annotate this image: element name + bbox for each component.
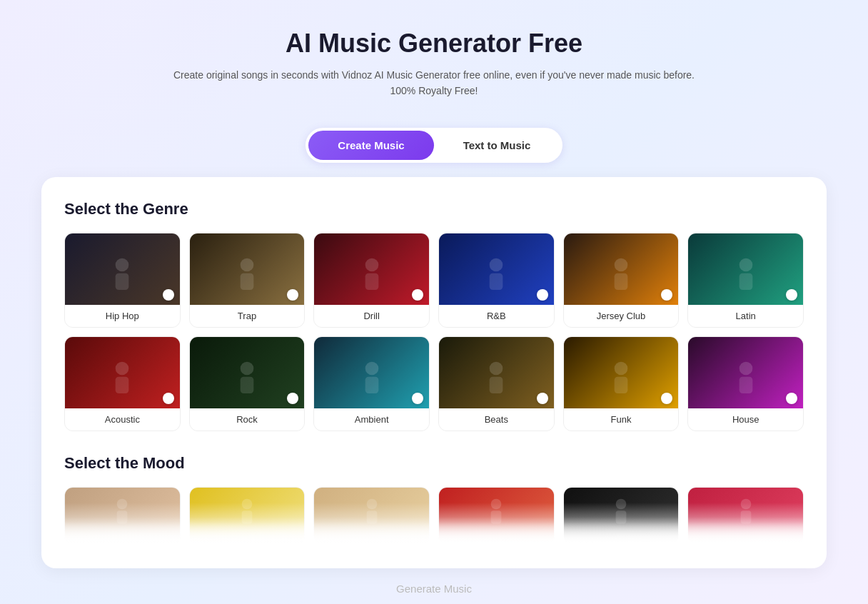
page-subtitle: Create original songs in seconds with Vi…: [173, 67, 695, 99]
mood-item-mood6[interactable]: [687, 487, 804, 545]
main-content-card: Select the Genre Hip HopTrapDrillR&BJers…: [41, 177, 827, 568]
mood-img-mood3: [314, 488, 429, 545]
genre-radio-beats: [537, 393, 548, 404]
generate-hint: Generate Music: [396, 583, 472, 595]
svg-rect-1: [116, 273, 129, 289]
mood-img-mood4: [439, 488, 554, 545]
svg-rect-25: [117, 510, 128, 523]
genre-label-house: House: [688, 408, 803, 431]
genre-item-hiphop[interactable]: Hip Hop: [64, 233, 181, 328]
svg-rect-27: [242, 510, 253, 523]
mood-img-mood2: [190, 488, 305, 545]
svg-rect-31: [491, 510, 502, 523]
svg-point-14: [241, 361, 254, 375]
svg-point-18: [490, 361, 503, 375]
mood-img-mood1: [65, 488, 180, 545]
genre-label-hiphop: Hip Hop: [65, 305, 180, 327]
svg-rect-3: [241, 273, 254, 289]
tab-create-music[interactable]: Create Music: [308, 131, 434, 160]
genre-radio-rnb: [537, 289, 548, 301]
genre-radio-funk: [661, 393, 672, 404]
mood-item-mood1[interactable]: [64, 487, 181, 545]
svg-point-12: [116, 361, 129, 375]
genre-label-ambient: Ambient: [314, 408, 429, 431]
genre-label-latin: Latin: [688, 305, 803, 327]
svg-rect-7: [490, 273, 503, 289]
svg-point-26: [242, 499, 253, 510]
genre-item-ambient[interactable]: Ambient: [313, 336, 430, 431]
genre-radio-hiphop: [163, 289, 174, 301]
svg-rect-23: [739, 376, 752, 393]
genre-item-latin[interactable]: Latin: [687, 233, 804, 328]
genre-item-trap[interactable]: Trap: [189, 233, 306, 328]
genre-radio-trap: [287, 289, 298, 301]
page-title: AI Music Generator Free: [173, 29, 695, 59]
genre-radio-jerseyclub: [661, 289, 672, 301]
svg-rect-13: [116, 376, 129, 393]
genre-radio-ambient: [412, 393, 423, 404]
genre-label-jerseyclub: Jersey Club: [564, 305, 679, 327]
genre-label-funk: Funk: [564, 408, 679, 431]
svg-point-2: [241, 258, 254, 271]
genre-label-drill: Drill: [314, 305, 429, 327]
svg-point-0: [116, 258, 129, 271]
mood-section: Select the Mood: [64, 454, 804, 545]
genre-item-drill[interactable]: Drill: [313, 233, 430, 328]
svg-rect-5: [365, 273, 378, 289]
genre-label-beats: Beats: [439, 408, 554, 431]
svg-rect-29: [366, 510, 377, 523]
svg-rect-9: [615, 273, 628, 289]
svg-point-8: [615, 258, 628, 271]
generate-area: Generate Music: [389, 575, 479, 603]
genre-item-rock[interactable]: Rock: [189, 336, 306, 431]
mood-section-title: Select the Mood: [64, 454, 804, 473]
mood-item-mood3[interactable]: [313, 487, 430, 545]
mood-img-mood5: [564, 488, 679, 545]
svg-point-24: [117, 499, 128, 510]
mood-item-mood4[interactable]: [438, 487, 555, 545]
tab-switcher: Create Music Text to Music: [306, 128, 562, 163]
svg-point-22: [739, 361, 752, 375]
genre-label-trap: Trap: [190, 305, 305, 327]
svg-point-16: [365, 361, 378, 375]
svg-point-4: [365, 258, 378, 271]
mood-img-mood6: [688, 488, 803, 545]
genre-label-rock: Rock: [190, 408, 305, 431]
genre-grid: Hip HopTrapDrillR&BJersey ClubLatinAcous…: [64, 233, 804, 431]
svg-rect-21: [615, 376, 628, 393]
svg-rect-19: [490, 376, 503, 393]
genre-section: Select the Genre Hip HopTrapDrillR&BJers…: [64, 200, 804, 431]
svg-point-28: [366, 499, 377, 510]
genre-radio-house: [786, 393, 797, 404]
svg-point-34: [740, 499, 751, 510]
svg-point-20: [615, 361, 628, 375]
genre-radio-rock: [287, 393, 298, 404]
genre-item-acoustic[interactable]: Acoustic: [64, 336, 181, 431]
genre-radio-acoustic: [163, 393, 174, 404]
svg-rect-11: [739, 273, 752, 289]
tab-text-to-music[interactable]: Text to Music: [434, 131, 560, 160]
svg-rect-33: [616, 510, 627, 523]
svg-point-6: [490, 258, 503, 271]
genre-item-funk[interactable]: Funk: [563, 336, 680, 431]
mood-grid: [64, 487, 804, 545]
mood-item-mood2[interactable]: [189, 487, 306, 545]
genre-item-rnb[interactable]: R&B: [438, 233, 555, 328]
mood-item-mood5[interactable]: [563, 487, 680, 545]
genre-label-rnb: R&B: [439, 305, 554, 327]
svg-rect-15: [241, 376, 254, 393]
genre-radio-latin: [786, 289, 797, 301]
svg-point-30: [491, 499, 502, 510]
svg-rect-17: [365, 376, 378, 393]
genre-item-jerseyclub[interactable]: Jersey Club: [563, 233, 680, 328]
genre-radio-drill: [412, 289, 423, 301]
genre-label-acoustic: Acoustic: [65, 408, 180, 431]
svg-point-32: [616, 499, 627, 510]
genre-item-house[interactable]: House: [687, 336, 804, 431]
genre-section-title: Select the Genre: [64, 200, 804, 218]
svg-point-10: [739, 258, 752, 271]
page-header: AI Music Generator Free Create original …: [159, 0, 709, 114]
svg-rect-35: [740, 510, 751, 523]
genre-item-beats[interactable]: Beats: [438, 336, 555, 431]
